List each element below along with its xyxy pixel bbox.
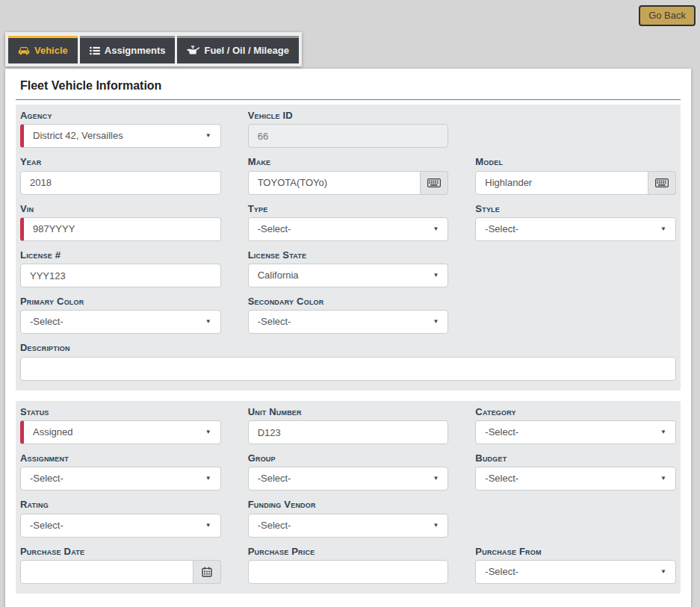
tab-vehicle[interactable]: Vehicle bbox=[8, 36, 78, 63]
page-title: Fleet Vehicle Information bbox=[10, 79, 686, 93]
caret-down-icon: ▼ bbox=[205, 514, 211, 537]
purchase-from-label: Purchase From bbox=[475, 547, 676, 557]
make-keyboard-button[interactable] bbox=[421, 171, 448, 195]
rating-label: Rating bbox=[20, 499, 221, 510]
year-field: Year bbox=[20, 157, 221, 194]
caret-down-icon: ▼ bbox=[660, 561, 666, 583]
purchase-date-calendar-button[interactable] bbox=[193, 560, 221, 584]
tab-vehicle-label: Vehicle bbox=[34, 45, 68, 56]
vehicle-id-field: Vehicle ID bbox=[248, 110, 449, 148]
caret-down-icon: ▼ bbox=[205, 125, 211, 147]
funding-vendor-select[interactable]: -Select- ▼ bbox=[248, 514, 449, 538]
license-number-label: License # bbox=[20, 250, 221, 261]
tab-fuel-oil-mileage-label: Fuel / Oil / Mileage bbox=[204, 45, 288, 56]
type-label: Type bbox=[248, 204, 449, 214]
purchase-price-label: Purchase Price bbox=[248, 547, 449, 557]
purchase-date-label: Purchase Date bbox=[20, 547, 221, 557]
model-input[interactable] bbox=[475, 171, 648, 195]
vehicle-id-input bbox=[248, 124, 449, 148]
purchase-price-input[interactable] bbox=[248, 560, 449, 584]
agency-label: Agency bbox=[20, 110, 221, 121]
tab-assignments[interactable]: Assignments bbox=[80, 36, 176, 63]
assignment-field: Assignment -Select- ▼ bbox=[20, 453, 221, 491]
title-divider bbox=[16, 99, 681, 100]
secondary-color-field: Secondary Color -Select- ▼ bbox=[248, 296, 449, 334]
description-field: Description bbox=[20, 343, 676, 380]
assignment-select[interactable]: -Select- ▼ bbox=[20, 467, 221, 491]
purchase-date-input[interactable] bbox=[20, 560, 193, 584]
fleet-vehicle-panel: Fleet Vehicle Information Agency Distric… bbox=[5, 69, 691, 607]
license-number-input[interactable] bbox=[20, 264, 221, 287]
keyboard-icon bbox=[427, 178, 441, 187]
license-state-label: License State bbox=[248, 250, 449, 261]
make-input[interactable] bbox=[248, 171, 421, 195]
unit-number-field: Unit Number bbox=[248, 407, 449, 444]
primary-color-select[interactable]: -Select- ▼ bbox=[20, 310, 221, 334]
primary-color-label: Primary Color bbox=[20, 296, 221, 307]
make-field: Make bbox=[248, 157, 449, 194]
year-label: Year bbox=[20, 157, 221, 167]
calendar-icon bbox=[202, 567, 212, 577]
oil-can-icon bbox=[187, 46, 199, 55]
license-state-select[interactable]: California ▼ bbox=[248, 264, 449, 287]
group-label: Group bbox=[248, 453, 449, 464]
purchase-from-select[interactable]: -Select- ▼ bbox=[475, 560, 676, 584]
purchase-date-field: Purchase Date bbox=[20, 547, 221, 584]
secondary-color-select[interactable]: -Select- ▼ bbox=[248, 310, 449, 334]
status-label: Status bbox=[20, 407, 221, 417]
assignment-label: Assignment bbox=[20, 453, 221, 464]
license-number-field: License # bbox=[20, 250, 221, 287]
budget-field: Budget -Select- ▼ bbox=[475, 453, 676, 491]
status-select[interactable]: Assigned ▼ bbox=[20, 420, 221, 444]
group-field: Group -Select- ▼ bbox=[248, 453, 449, 491]
caret-down-icon: ▼ bbox=[205, 311, 211, 333]
model-keyboard-button[interactable] bbox=[648, 171, 676, 195]
rating-select[interactable]: -Select- ▼ bbox=[20, 514, 221, 538]
model-field: Model bbox=[475, 157, 676, 194]
unit-number-label: Unit Number bbox=[248, 407, 449, 417]
tab-strip: Vehicle Assignments Fuel / Oil / Mileage bbox=[5, 32, 302, 66]
category-select[interactable]: -Select- ▼ bbox=[475, 420, 676, 444]
caret-down-icon: ▼ bbox=[433, 264, 439, 287]
style-label: Style bbox=[475, 204, 676, 214]
vin-field: Vin bbox=[20, 204, 221, 241]
year-input[interactable] bbox=[20, 171, 221, 195]
caret-down-icon: ▼ bbox=[433, 514, 439, 537]
purchase-price-field: Purchase Price bbox=[248, 547, 449, 584]
group-select[interactable]: -Select- ▼ bbox=[248, 467, 449, 491]
tab-assignments-label: Assignments bbox=[105, 45, 166, 56]
category-field: Category -Select- ▼ bbox=[475, 407, 676, 444]
funding-vendor-field: Funding Vendor -Select- ▼ bbox=[248, 499, 449, 537]
style-select[interactable]: -Select- ▼ bbox=[475, 217, 676, 241]
caret-down-icon: ▼ bbox=[433, 218, 439, 240]
budget-select[interactable]: -Select- ▼ bbox=[475, 467, 676, 491]
vin-input[interactable] bbox=[20, 217, 221, 241]
status-field: Status Assigned ▼ bbox=[20, 407, 221, 444]
caret-down-icon: ▼ bbox=[205, 421, 211, 443]
primary-color-field: Primary Color -Select- ▼ bbox=[20, 296, 221, 334]
car-icon bbox=[18, 46, 30, 55]
caret-down-icon: ▼ bbox=[660, 218, 666, 240]
model-label: Model bbox=[475, 157, 676, 167]
list-icon bbox=[90, 46, 100, 55]
type-select[interactable]: -Select- ▼ bbox=[248, 217, 449, 241]
purchase-from-field: Purchase From -Select- ▼ bbox=[475, 547, 676, 584]
secondary-color-label: Secondary Color bbox=[248, 296, 449, 307]
agency-field: Agency District 42, Versailles ▼ bbox=[20, 110, 221, 148]
status-purchase-section: Status Assigned ▼ Unit Number Category -… bbox=[16, 401, 681, 594]
unit-number-input[interactable] bbox=[248, 420, 449, 444]
caret-down-icon: ▼ bbox=[660, 467, 666, 490]
description-input[interactable] bbox=[20, 357, 676, 381]
caret-down-icon: ▼ bbox=[433, 311, 439, 333]
make-label: Make bbox=[248, 157, 449, 167]
go-back-button[interactable]: Go Back bbox=[639, 5, 696, 26]
caret-down-icon: ▼ bbox=[660, 421, 666, 443]
style-field: Style -Select- ▼ bbox=[475, 204, 676, 241]
tab-fuel-oil-mileage[interactable]: Fuel / Oil / Mileage bbox=[177, 36, 298, 63]
vehicle-id-label: Vehicle ID bbox=[248, 110, 449, 121]
license-state-field: License State California ▼ bbox=[248, 250, 449, 287]
agency-select[interactable]: District 42, Versailles ▼ bbox=[20, 124, 221, 148]
type-field: Type -Select- ▼ bbox=[248, 204, 449, 241]
keyboard-icon bbox=[655, 178, 669, 187]
caret-down-icon: ▼ bbox=[205, 467, 211, 490]
